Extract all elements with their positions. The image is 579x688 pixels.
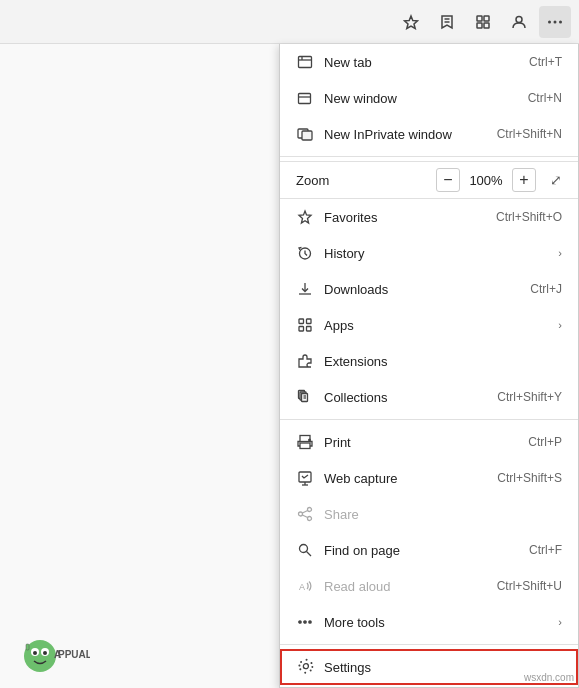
svg-rect-56 bbox=[26, 644, 29, 650]
print-icon bbox=[296, 433, 314, 451]
history-label: History bbox=[324, 246, 550, 261]
svg-point-42 bbox=[300, 545, 308, 553]
inprivate-icon bbox=[296, 125, 314, 143]
menu-item-history[interactable]: History › bbox=[280, 235, 578, 271]
new-inprivate-label: New InPrivate window bbox=[324, 127, 497, 142]
read-aloud-label: Read aloud bbox=[324, 579, 497, 594]
find-on-page-label: Find on page bbox=[324, 543, 529, 558]
share-label: Share bbox=[324, 507, 562, 522]
svg-line-43 bbox=[307, 552, 312, 557]
divider-3 bbox=[280, 644, 578, 645]
web-capture-shortcut: Ctrl+Shift+S bbox=[497, 471, 562, 485]
zoom-fullscreen-icon[interactable]: ⤢ bbox=[550, 172, 562, 188]
svg-text:A: A bbox=[54, 649, 61, 660]
svg-marker-0 bbox=[405, 16, 418, 29]
profile-toolbar-icon[interactable] bbox=[503, 6, 535, 38]
page-content bbox=[0, 44, 285, 688]
zoom-label: Zoom bbox=[296, 173, 436, 188]
reading-list-toolbar-icon[interactable] bbox=[431, 6, 463, 38]
menu-item-new-tab[interactable]: New tab Ctrl+T bbox=[280, 44, 578, 80]
svg-point-10 bbox=[559, 20, 562, 23]
zoom-row: Zoom − 100% + ⤢ bbox=[280, 161, 578, 199]
collections-label: Collections bbox=[324, 390, 497, 405]
new-tab-icon bbox=[296, 53, 314, 71]
svg-text:PPUALS: PPUALS bbox=[58, 649, 90, 660]
apps-label: Apps bbox=[324, 318, 550, 333]
svg-rect-25 bbox=[307, 327, 312, 332]
more-tools-label: More tools bbox=[324, 615, 550, 630]
svg-rect-5 bbox=[477, 23, 482, 28]
new-window-shortcut: Ctrl+N bbox=[528, 91, 562, 105]
new-window-icon bbox=[296, 89, 314, 107]
apps-icon bbox=[296, 316, 314, 334]
zoom-in-button[interactable]: + bbox=[512, 168, 536, 192]
downloads-icon bbox=[296, 280, 314, 298]
print-label: Print bbox=[324, 435, 528, 450]
menu-item-extensions[interactable]: Extensions bbox=[280, 343, 578, 379]
web-capture-label: Web capture bbox=[324, 471, 497, 486]
more-tools-arrow-icon: › bbox=[558, 616, 562, 628]
menu-item-more-tools[interactable]: More tools › bbox=[280, 604, 578, 640]
extensions-label: Extensions bbox=[324, 354, 562, 369]
favorites-label: Favorites bbox=[324, 210, 496, 225]
new-inprivate-shortcut: Ctrl+Shift+N bbox=[497, 127, 562, 141]
apps-arrow-icon: › bbox=[558, 319, 562, 331]
print-shortcut: Ctrl+P bbox=[528, 435, 562, 449]
svg-line-40 bbox=[302, 511, 307, 514]
appuals-logo: PPUALS A bbox=[10, 628, 90, 678]
menu-item-collections[interactable]: Collections Ctrl+Shift+Y bbox=[280, 379, 578, 415]
svg-point-38 bbox=[299, 512, 303, 516]
svg-rect-23 bbox=[307, 319, 312, 324]
more-menu-toolbar-icon[interactable] bbox=[539, 6, 571, 38]
new-tab-shortcut: Ctrl+T bbox=[529, 55, 562, 69]
history-icon bbox=[296, 244, 314, 262]
divider-1 bbox=[280, 156, 578, 157]
svg-point-39 bbox=[308, 517, 312, 521]
svg-rect-3 bbox=[477, 16, 482, 21]
settings-icon bbox=[296, 658, 314, 676]
collections-toolbar-icon[interactable] bbox=[467, 6, 499, 38]
share-icon bbox=[296, 505, 314, 523]
zoom-value: 100% bbox=[468, 173, 504, 188]
browser-toolbar bbox=[0, 0, 579, 44]
find-on-page-shortcut: Ctrl+F bbox=[529, 543, 562, 557]
collections-menu-icon bbox=[296, 388, 314, 406]
menu-item-new-window[interactable]: New window Ctrl+N bbox=[280, 80, 578, 116]
menu-item-print[interactable]: Print Ctrl+P bbox=[280, 424, 578, 460]
svg-point-54 bbox=[33, 651, 37, 655]
svg-rect-4 bbox=[484, 16, 489, 21]
downloads-shortcut: Ctrl+J bbox=[530, 282, 562, 296]
read-aloud-shortcut: Ctrl+Shift+U bbox=[497, 579, 562, 593]
downloads-label: Downloads bbox=[324, 282, 530, 297]
favorites-toolbar-icon[interactable] bbox=[395, 6, 427, 38]
menu-item-downloads[interactable]: Downloads Ctrl+J bbox=[280, 271, 578, 307]
svg-point-46 bbox=[304, 621, 306, 623]
svg-rect-11 bbox=[299, 57, 312, 68]
web-capture-icon bbox=[296, 469, 314, 487]
find-on-page-icon bbox=[296, 541, 314, 559]
menu-item-web-capture[interactable]: Web capture Ctrl+Shift+S bbox=[280, 460, 578, 496]
zoom-controls: − 100% + ⤢ bbox=[436, 168, 562, 192]
new-window-label: New window bbox=[324, 91, 528, 106]
new-tab-label: New tab bbox=[324, 55, 529, 70]
menu-item-new-inprivate[interactable]: New InPrivate window Ctrl+Shift+N bbox=[280, 116, 578, 152]
svg-rect-17 bbox=[302, 131, 312, 140]
menu-item-find-on-page[interactable]: Find on page Ctrl+F bbox=[280, 532, 578, 568]
menu-item-share: Share bbox=[280, 496, 578, 532]
more-tools-icon bbox=[296, 613, 314, 631]
favorites-shortcut: Ctrl+Shift+O bbox=[496, 210, 562, 224]
zoom-out-button[interactable]: − bbox=[436, 168, 460, 192]
menu-item-read-aloud: A Read aloud Ctrl+Shift+U bbox=[280, 568, 578, 604]
svg-point-33 bbox=[309, 439, 311, 441]
watermark: wsxdn.com bbox=[524, 672, 574, 683]
svg-rect-14 bbox=[299, 94, 311, 104]
extensions-icon bbox=[296, 352, 314, 370]
svg-rect-32 bbox=[300, 443, 310, 449]
svg-point-7 bbox=[516, 16, 522, 22]
divider-2 bbox=[280, 419, 578, 420]
svg-point-45 bbox=[299, 621, 301, 623]
svg-point-37 bbox=[308, 508, 312, 512]
menu-item-apps[interactable]: Apps › bbox=[280, 307, 578, 343]
menu-item-favorites[interactable]: Favorites Ctrl+Shift+O bbox=[280, 199, 578, 235]
favorites-icon bbox=[296, 208, 314, 226]
